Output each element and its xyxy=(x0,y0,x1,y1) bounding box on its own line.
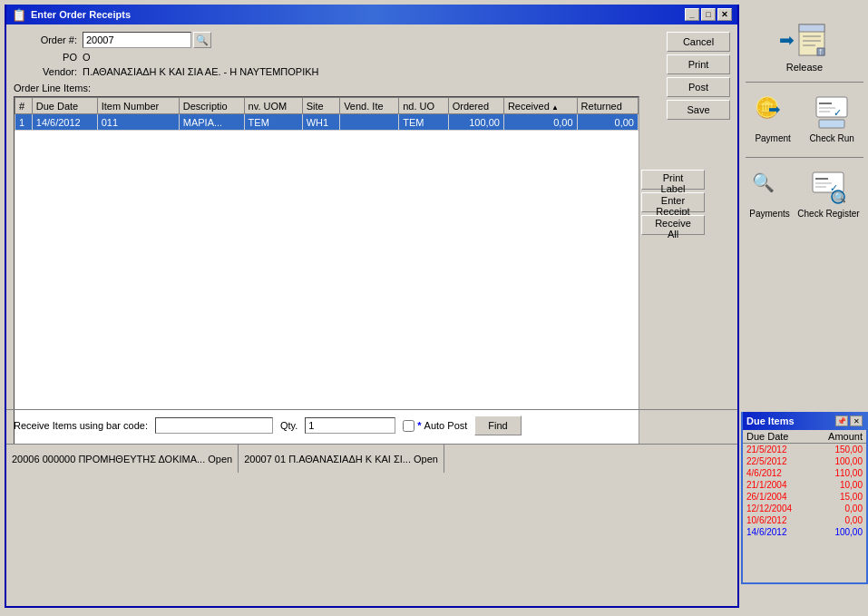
barcode-input[interactable] xyxy=(155,417,273,434)
table-cell-3: ΜΑΡΙΑ... xyxy=(179,114,244,131)
table-cell-7: ΤΕΜ xyxy=(399,114,448,131)
dialog-title: Enter Order Receipts xyxy=(31,9,131,20)
dialog-icon: 📋 xyxy=(12,8,26,22)
due-date-cell: 26/1/2004 xyxy=(743,491,812,503)
receive-all-button[interactable]: Receive All xyxy=(641,215,705,235)
find-button[interactable]: Find xyxy=(474,416,521,435)
check-register-item[interactable]: ✓ 🔍 Check Register xyxy=(797,171,859,219)
vendor-label: Vendor: xyxy=(14,66,77,77)
due-table-row: 4/6/2012110,00 xyxy=(743,467,866,479)
payment-icon: 🪙 ➡ xyxy=(755,96,791,131)
table-cell-1: 14/6/2012 xyxy=(32,114,97,131)
due-amount-cell: 100,00 xyxy=(812,526,866,538)
table-header-row: # Due Date Item Number Descriptio nv. UO… xyxy=(15,98,639,114)
payments-item[interactable]: 🔍 Payments xyxy=(749,171,789,219)
col-num[interactable]: # xyxy=(15,98,33,114)
check-run-label: Check Run xyxy=(809,133,853,143)
due-amount-cell: 10,00 xyxy=(812,479,866,491)
table-cell-5: WH1 xyxy=(302,114,340,131)
minimize-button[interactable]: _ xyxy=(685,8,699,21)
enter-receipt-button[interactable]: Enter Receipt xyxy=(641,192,705,212)
release-label: Release xyxy=(786,62,823,73)
col-due-date[interactable]: Due Date xyxy=(32,98,97,114)
due-col-date: Due Date xyxy=(743,430,812,444)
dialog-body: Order #: 🔍 PO O Vendor: Π.ΑΘΑΝΑΣΙΑΔΗ Κ Κ… xyxy=(6,24,737,473)
print-button[interactable]: Print xyxy=(667,54,730,74)
due-table-header: Due Date Amount xyxy=(743,430,866,444)
due-panel-pin-button[interactable]: 📌 xyxy=(835,416,848,426)
due-table-row: 21/5/2012150,00 xyxy=(743,444,866,456)
col-ordered[interactable]: Ordered xyxy=(448,98,503,114)
action-buttons: Cancel Print Post Save xyxy=(667,32,730,120)
due-col-amount: Amount xyxy=(812,430,866,444)
due-amount-cell: 150,00 xyxy=(812,444,866,456)
payment-item[interactable]: 🪙 ➡ Payment xyxy=(755,96,791,143)
table-cell-4: ΤΕΜ xyxy=(244,114,302,131)
due-dates-table: Due Date Amount 21/5/2012150,0022/5/2012… xyxy=(743,430,866,538)
order-input[interactable] xyxy=(83,32,191,48)
due-table-row: 22/5/2012100,00 xyxy=(743,455,866,467)
save-button[interactable]: Save xyxy=(667,100,730,120)
table-cell-0: 1 xyxy=(15,114,33,131)
title-bar: 📋 Enter Order Receipts _ □ ✕ xyxy=(6,5,737,24)
check-register-icon: ✓ 🔍 xyxy=(812,171,846,206)
col-item-number[interactable]: Item Number xyxy=(97,98,179,114)
due-amount-cell: 15,00 xyxy=(812,491,866,503)
status-bar: 20006 000000 ΠΡΟΜΗΘΕΥΤΗΣ ΔΟΚΙΜΑ... Open2… xyxy=(6,444,737,473)
payments-label: Payments xyxy=(749,209,789,219)
post-button[interactable]: Post xyxy=(667,77,730,97)
table-cell-8: 100,00 xyxy=(448,114,503,131)
col-received[interactable]: Received xyxy=(503,98,577,114)
cancel-button[interactable]: Cancel xyxy=(667,32,730,52)
due-date-cell: 21/5/2012 xyxy=(743,444,812,456)
release-icon-row: ➡ ↑ xyxy=(779,23,830,57)
po-label: PO xyxy=(14,52,77,63)
col-site[interactable]: Site xyxy=(302,98,340,114)
col-vend-uo[interactable]: nd. UO xyxy=(399,98,448,114)
check-run-item[interactable]: ✓ Check Run xyxy=(809,96,853,143)
order-lines-table-container: # Due Date Item Number Descriptio nv. UO… xyxy=(14,96,639,450)
col-vend-item[interactable]: Vend. Ite xyxy=(340,98,399,114)
due-table-row: 14/6/2012100,00 xyxy=(743,526,866,538)
qty-input[interactable] xyxy=(305,417,395,434)
svg-rect-1 xyxy=(799,24,824,32)
svg-text:↑: ↑ xyxy=(818,45,824,56)
order-row: Order #: 🔍 xyxy=(14,32,730,48)
col-description[interactable]: Descriptio xyxy=(179,98,244,114)
due-panel-title: Due Items xyxy=(746,416,795,426)
due-panel-close-button[interactable]: ✕ xyxy=(850,416,863,426)
col-inv-uom[interactable]: nv. UOM xyxy=(244,98,302,114)
svg-rect-12 xyxy=(819,120,844,128)
status-item[interactable]: 20007 01 Π.ΑΘΑΝΑΣΙΑΔΗ Κ ΚΑΙ ΣΙ... Open xyxy=(239,445,444,473)
close-button[interactable]: ✕ xyxy=(717,8,732,21)
table-action-buttons: Print Label Enter Receipt Receive All xyxy=(641,170,705,235)
barcode-bar: Receive Items using bar code: Qty. * Aut… xyxy=(6,409,737,441)
release-section: ➡ ↑ Release xyxy=(741,5,868,82)
window-controls: _ □ ✕ xyxy=(685,8,732,21)
maximize-button[interactable]: □ xyxy=(701,8,716,21)
col-returned[interactable]: Returned xyxy=(577,98,638,114)
vendor-value: Π.ΑΘΑΝΑΣΙΑΔΗ Κ ΚΑΙ ΣΙΑ ΑΕ. - Η ΝΑΥΤΕΜΠΟΡ… xyxy=(83,66,319,77)
release-arrow-icon: ➡ xyxy=(779,29,795,51)
main-dialog: 📋 Enter Order Receipts _ □ ✕ Order #: 🔍 … xyxy=(5,5,739,608)
order-search-button[interactable]: 🔍 xyxy=(193,32,211,48)
autopost-checkbox[interactable] xyxy=(403,420,414,432)
payments-row: 🔍 Payments ✓ 🔍 Check Register xyxy=(741,158,868,232)
search-icon: 🔍 xyxy=(196,34,209,46)
payment-arrow-icon: ➡ xyxy=(768,101,780,118)
check-run-icon: ✓ xyxy=(815,96,848,131)
print-label-button[interactable]: Print Label xyxy=(641,170,705,190)
section-label: Order Line Items: xyxy=(14,83,730,93)
table-cell-10: 0,00 xyxy=(577,114,638,131)
due-amount-cell: 0,00 xyxy=(812,514,866,526)
status-item[interactable]: 20006 000000 ΠΡΟΜΗΘΕΥΤΗΣ ΔΟΚΙΜΑ... Open xyxy=(6,445,239,473)
svg-rect-13 xyxy=(813,172,844,192)
due-date-cell: 10/6/2012 xyxy=(743,514,812,526)
order-label: Order #: xyxy=(14,34,77,45)
due-panel-controls: 📌 ✕ xyxy=(835,416,863,426)
check-register-label: Check Register xyxy=(797,209,859,219)
due-date-cell: 22/5/2012 xyxy=(743,455,812,467)
payments-icon: 🔍 xyxy=(752,171,788,206)
table-row[interactable]: 114/6/2012011ΜΑΡΙΑ...ΤΕΜWH1ΤΕΜ100,000,00… xyxy=(15,114,639,131)
vendor-row: Vendor: Π.ΑΘΑΝΑΣΙΑΔΗ Κ ΚΑΙ ΣΙΑ ΑΕ. - Η Ν… xyxy=(14,66,730,77)
